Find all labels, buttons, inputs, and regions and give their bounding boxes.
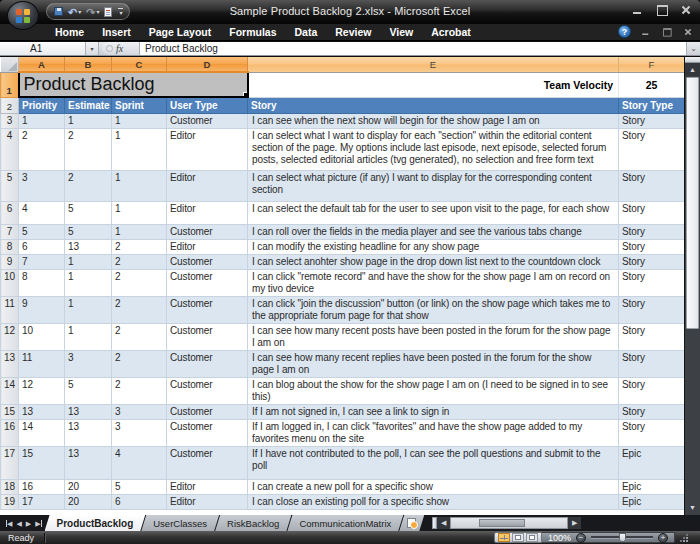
cell-story-type[interactable]: Story [619, 419, 685, 446]
cell-estimate[interactable]: 2 [65, 128, 112, 170]
scroll-down-button[interactable]: ▼ [685, 502, 700, 514]
scroll-up-button[interactable]: ▲ [685, 63, 700, 76]
zoom-slider[interactable] [591, 536, 653, 539]
cell-estimate[interactable]: 20 [65, 479, 112, 494]
sheet-tab-riskbacklog[interactable]: RiskBacklog [215, 515, 291, 531]
maximize-button[interactable] [656, 5, 668, 15]
cell-story[interactable]: I can see how many recent posts have bee… [248, 323, 619, 350]
cell-sprint[interactable]: 3 [112, 419, 167, 446]
cell-story-type[interactable]: Story [619, 323, 685, 350]
cell-user-type[interactable]: Customer [167, 113, 248, 128]
cell-user-type[interactable]: Customer [167, 377, 248, 404]
header-estimate[interactable]: Estimate [65, 97, 112, 113]
sheet-tab-productbacklog[interactable]: ProductBacklog [45, 515, 146, 531]
cell-user-type[interactable]: Editor [167, 128, 248, 170]
scroll-left-button[interactable]: ◀ [437, 517, 450, 529]
cell-priority[interactable]: 8 [19, 269, 65, 296]
cell-priority[interactable]: 5 [19, 224, 65, 239]
cell-story[interactable]: I can select what I want to display for … [248, 128, 619, 170]
cell-priority[interactable]: 15 [19, 446, 65, 479]
cell-priority[interactable]: 4 [19, 201, 65, 224]
cell-priority[interactable]: 7 [19, 254, 65, 269]
cell-user-type[interactable]: Customer [167, 404, 248, 419]
row-header[interactable]: 18 [1, 479, 19, 494]
cell-sprint[interactable]: 2 [112, 254, 167, 269]
cell-sprint[interactable]: 2 [112, 377, 167, 404]
header-story[interactable]: Story [248, 97, 619, 113]
expand-formula-bar-button[interactable]: ⌄ [686, 42, 700, 55]
insert-function-button[interactable]: fx [102, 42, 140, 55]
cell-story-type[interactable]: Story [619, 404, 685, 419]
column-header-e[interactable]: E [248, 57, 619, 72]
cell-story[interactable]: I can create a new poll for a specific s… [248, 479, 619, 494]
cell-priority[interactable]: 6 [19, 239, 65, 254]
row-header[interactable]: 17 [1, 446, 19, 479]
view-page-break-button[interactable] [526, 533, 538, 542]
row-header[interactable]: 11 [1, 296, 19, 323]
zoom-in-button[interactable]: + [658, 533, 668, 543]
cell-priority[interactable]: 12 [19, 377, 65, 404]
cell-sprint[interactable]: 3 [112, 404, 167, 419]
team-velocity-label-cell[interactable]: Team Velocity [248, 72, 619, 97]
zoom-out-button[interactable]: − [576, 533, 586, 543]
cell-story[interactable]: If I am logged in, I can click "favorite… [248, 419, 619, 446]
tab-nav-last-button[interactable]: ▶ [35, 520, 41, 527]
cell-estimate[interactable]: 1 [65, 113, 112, 128]
cell-story-type[interactable]: Story [619, 296, 685, 323]
row-header[interactable]: 13 [1, 350, 19, 377]
team-velocity-value-cell[interactable]: 25 [619, 72, 685, 97]
row-header[interactable]: 9 [1, 254, 19, 269]
cell-story[interactable]: I can click "remote record" and have the… [248, 269, 619, 296]
cell-user-type[interactable]: Editor [167, 239, 248, 254]
row-header[interactable]: 8 [1, 239, 19, 254]
row-header[interactable]: 16 [1, 419, 19, 446]
column-header-b[interactable]: B [65, 57, 112, 72]
tab-nav-first-button[interactable]: ◀ [6, 520, 12, 527]
cell-user-type[interactable]: Customer [167, 446, 248, 479]
row-header-1[interactable]: 1 [1, 72, 19, 97]
tab-review[interactable]: Review [326, 24, 380, 41]
cell-story[interactable]: I can select what picture (if any) I wan… [248, 170, 619, 201]
cell-sprint[interactable]: 2 [112, 323, 167, 350]
cell-user-type[interactable]: Customer [167, 269, 248, 296]
column-header-f[interactable]: F [619, 57, 685, 72]
cell-story-type[interactable]: Epic [619, 479, 685, 494]
cell-story[interactable]: I can modify the existing headline for a… [248, 239, 619, 254]
cell-story[interactable]: I can select anohter show page in the dr… [248, 254, 619, 269]
cell-priority[interactable]: 13 [19, 404, 65, 419]
cell-estimate[interactable]: 1 [65, 269, 112, 296]
cell-story-type[interactable]: Epic [619, 446, 685, 479]
tab-home[interactable]: Home [46, 24, 93, 41]
cell-sprint[interactable]: 2 [112, 350, 167, 377]
cell-story[interactable]: I can see how many recent replies have b… [248, 350, 619, 377]
cell-estimate[interactable]: 13 [65, 239, 112, 254]
office-button[interactable] [7, 1, 39, 30]
cell-estimate[interactable]: 20 [65, 494, 112, 509]
cell-user-type[interactable]: Customer [167, 224, 248, 239]
cell-story-type[interactable]: Story [619, 377, 685, 404]
cell-user-type[interactable]: Customer [167, 419, 248, 446]
cell-priority[interactable]: 10 [19, 323, 65, 350]
cell-sprint[interactable]: 1 [112, 170, 167, 201]
cell-story[interactable]: I can blog about the show for the show p… [248, 377, 619, 404]
cell-story[interactable]: I can select the default tab for the use… [248, 201, 619, 224]
close-button[interactable] [680, 5, 692, 15]
cell-user-type[interactable]: Editor [167, 479, 248, 494]
cell-estimate[interactable]: 5 [65, 377, 112, 404]
cell-story[interactable]: I can close an existing poll for a speci… [248, 494, 619, 509]
row-header[interactable]: 3 [1, 113, 19, 128]
cell-user-type[interactable]: Customer [167, 350, 248, 377]
cell-sprint[interactable]: 2 [112, 239, 167, 254]
tab-nav-prev-button[interactable]: ◀ [16, 520, 21, 527]
row-header[interactable]: 14 [1, 377, 19, 404]
cell-story-type[interactable]: Story [619, 201, 685, 224]
cell-estimate[interactable]: 13 [65, 404, 112, 419]
header-user-type[interactable]: User Type [167, 97, 248, 113]
column-header-d[interactable]: D [167, 57, 248, 72]
workbook-restore-button[interactable] [663, 28, 672, 36]
cell-priority[interactable]: 14 [19, 419, 65, 446]
row-header[interactable]: 4 [1, 128, 19, 170]
cell-user-type[interactable]: Editor [167, 494, 248, 509]
row-header[interactable]: 5 [1, 170, 19, 201]
vertical-scrollbar[interactable]: ▲ ▼ [684, 57, 700, 515]
